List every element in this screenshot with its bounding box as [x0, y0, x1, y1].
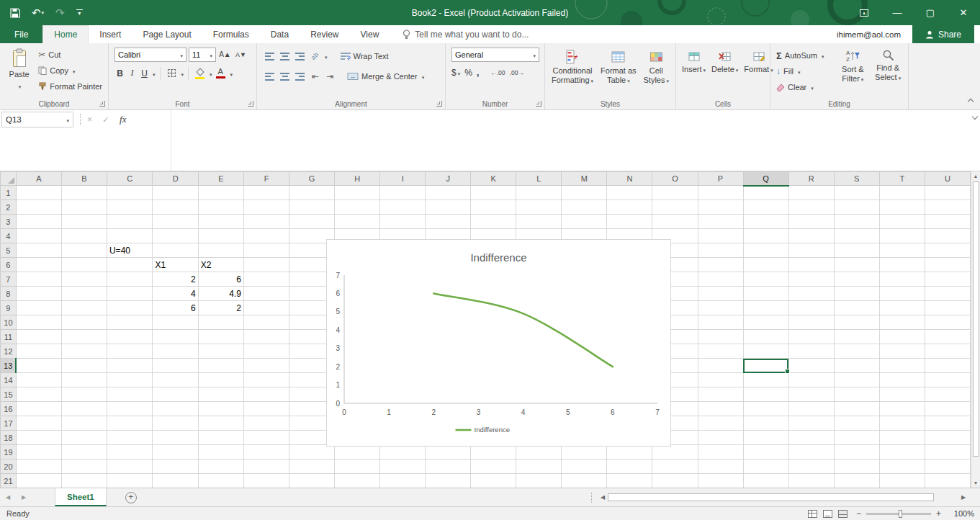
column-header-J[interactable]: J [426, 172, 471, 186]
cell-U9[interactable] [925, 301, 970, 315]
borders-button[interactable] [165, 66, 179, 80]
cell-A9[interactable] [16, 301, 61, 315]
cell-J2[interactable] [426, 200, 471, 215]
cell-U20[interactable] [925, 460, 970, 474]
cell-B1[interactable] [61, 186, 107, 200]
column-header-G[interactable]: G [289, 172, 335, 186]
cell-R4[interactable] [788, 229, 834, 243]
cell-E8[interactable]: 4.9 [198, 287, 243, 301]
cell-E20[interactable] [198, 460, 243, 474]
row-header-14[interactable]: 14 [1, 373, 17, 387]
cell-Q10[interactable] [743, 315, 788, 330]
cell-A17[interactable] [16, 416, 61, 431]
tab-page-layout[interactable]: Page Layout [132, 25, 202, 43]
sort-filter-button[interactable]: A Z Sort &Filter [835, 46, 871, 97]
cell-T1[interactable] [879, 186, 925, 200]
cell-R18[interactable] [788, 431, 834, 445]
cell-P11[interactable] [698, 330, 743, 344]
cell-L20[interactable] [516, 460, 562, 474]
cell-Q21[interactable] [743, 474, 788, 488]
chart-title[interactable]: Indifference [470, 251, 526, 264]
cell-B8[interactable] [61, 287, 107, 301]
cell-B18[interactable] [61, 431, 107, 445]
cell-B17[interactable] [61, 416, 107, 431]
cell-C11[interactable] [107, 330, 153, 344]
cell-E16[interactable] [198, 402, 243, 416]
share-button[interactable]: Share [912, 25, 974, 43]
row-header-21[interactable]: 21 [1, 474, 17, 488]
cell-F1[interactable] [244, 186, 289, 200]
tab-file[interactable]: File [0, 25, 42, 43]
cell-B5[interactable] [61, 243, 107, 258]
cell-B11[interactable] [61, 330, 107, 344]
delete-cells-button[interactable]: Delete [709, 48, 741, 97]
cell-E14[interactable] [198, 373, 243, 387]
cell-F19[interactable] [244, 445, 289, 460]
cell-T8[interactable] [879, 287, 925, 301]
merge-center-button[interactable]: ↔ Merge & Center [344, 68, 427, 84]
cell-R14[interactable] [788, 373, 834, 387]
column-header-F[interactable]: F [244, 172, 289, 186]
cell-I3[interactable] [380, 215, 426, 229]
cell-D6[interactable]: X1 [153, 258, 198, 272]
cell-C15[interactable] [107, 387, 153, 402]
increase-decimal-button[interactable]: ←.00 [490, 69, 505, 76]
cell-A19[interactable] [16, 445, 61, 460]
fill-button[interactable]: ↓Fill [773, 63, 835, 79]
cell-A3[interactable] [16, 215, 61, 229]
cell-A13[interactable] [16, 359, 61, 373]
currency-dropdown[interactable] [457, 68, 461, 78]
row-header-8[interactable]: 8 [1, 287, 17, 301]
cell-J1[interactable] [426, 186, 471, 200]
font-color-button[interactable]: A [214, 66, 228, 80]
cell-S1[interactable] [834, 186, 879, 200]
cell-S13[interactable] [834, 359, 879, 373]
cell-F3[interactable] [244, 215, 289, 229]
cell-E7[interactable]: 6 [198, 272, 243, 287]
column-header-S[interactable]: S [834, 172, 879, 186]
cell-Q16[interactable] [743, 402, 788, 416]
cell-Q1[interactable] [743, 186, 788, 200]
cell-L3[interactable] [516, 215, 562, 229]
format-as-table-button[interactable]: Format asTable [598, 47, 639, 97]
cell-P7[interactable] [698, 272, 743, 287]
cell-T12[interactable] [879, 344, 925, 359]
cell-Q8[interactable] [743, 287, 788, 301]
decrease-indent-button[interactable]: ⇤ [308, 70, 322, 84]
cell-D10[interactable] [153, 315, 198, 330]
cell-U14[interactable] [925, 373, 970, 387]
cell-S9[interactable] [834, 301, 879, 315]
cell-A8[interactable] [16, 287, 61, 301]
formula-input[interactable] [171, 110, 969, 171]
row-header-7[interactable]: 7 [1, 272, 17, 287]
cell-P13[interactable] [698, 359, 743, 373]
page-break-view-button[interactable] [838, 510, 848, 518]
font-size-combo[interactable]: 11 [189, 48, 216, 62]
cell-N2[interactable] [607, 200, 652, 215]
cell-K3[interactable] [471, 215, 516, 229]
bold-button[interactable]: B [114, 68, 125, 79]
cell-B19[interactable] [61, 445, 107, 460]
cell-P18[interactable] [698, 431, 743, 445]
cell-A12[interactable] [16, 344, 61, 359]
cell-R8[interactable] [788, 287, 834, 301]
cell-P16[interactable] [698, 402, 743, 416]
cell-S8[interactable] [834, 287, 879, 301]
row-header-2[interactable]: 2 [1, 200, 17, 215]
select-all-corner[interactable] [1, 172, 17, 186]
tab-home[interactable]: Home [42, 25, 89, 43]
autosum-button[interactable]: ΣAutoSum [773, 48, 835, 63]
column-header-N[interactable]: N [607, 172, 652, 186]
cell-B16[interactable] [61, 402, 107, 416]
cell-M1[interactable] [562, 186, 607, 200]
conditional-formatting-button[interactable]: ≠ ConditionalFormatting [549, 47, 596, 97]
cell-R16[interactable] [788, 402, 834, 416]
cell-C9[interactable] [107, 301, 153, 315]
orientation-button[interactable]: ab [308, 50, 322, 63]
row-header-9[interactable]: 9 [1, 301, 17, 315]
cell-T20[interactable] [879, 460, 925, 474]
cell-S2[interactable] [834, 200, 879, 215]
cell-P6[interactable] [698, 258, 743, 272]
font-dialog-launcher[interactable] [248, 101, 253, 107]
page-layout-view-button[interactable] [823, 510, 832, 518]
